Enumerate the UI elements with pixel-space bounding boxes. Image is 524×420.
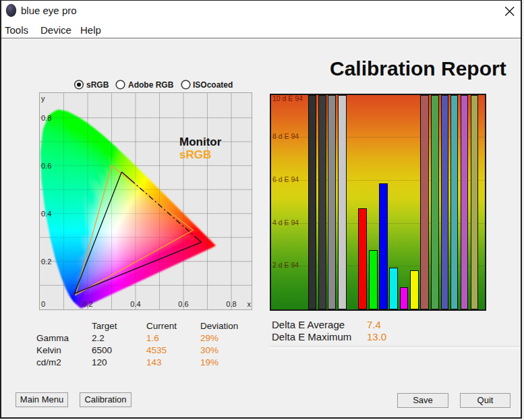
svg-text:0.2: 0.2 [82, 300, 92, 308]
svg-text:0.6: 0.6 [178, 300, 188, 308]
svg-text:0.6: 0.6 [41, 162, 51, 170]
svg-text:Monitor: Monitor [179, 136, 222, 148]
svg-text:0.2: 0.2 [41, 258, 51, 266]
svg-text:0.4: 0.4 [41, 210, 51, 218]
svg-text:0.8: 0.8 [226, 300, 236, 308]
svg-text:0.4: 0.4 [130, 300, 140, 308]
svg-text:x: x [248, 300, 252, 308]
svg-text:y: y [41, 94, 45, 102]
svg-text:0.8: 0.8 [41, 114, 51, 122]
svg-text:sRGB: sRGB [179, 148, 211, 161]
svg-text:0: 0 [41, 300, 45, 308]
